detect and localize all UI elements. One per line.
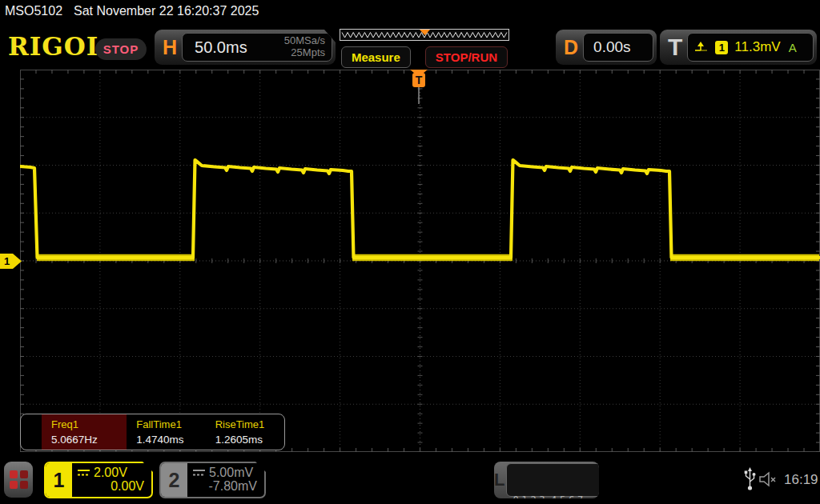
dc-coupling-icon xyxy=(192,469,206,477)
measurement-item-freq[interactable]: Freq1 5.0667Hz xyxy=(42,414,127,450)
logic-analyzer-label: L xyxy=(494,462,504,498)
delay-value: 0.00s xyxy=(593,38,630,56)
measurement-label: RiseTime1 xyxy=(215,418,284,430)
horizontal-panel[interactable]: H 50.0ms 50MSa/s 25Mpts xyxy=(155,30,336,65)
oscilloscope-screen: MSO5102Sat November 22 16:20:37 2025 RIG… xyxy=(0,0,820,504)
topbar: MSO5102Sat November 22 16:20:37 2025 xyxy=(5,4,259,18)
windows-grid-icon xyxy=(10,470,28,489)
channel2-scale: 5.00mV xyxy=(209,466,253,479)
trigger-position-marker[interactable]: T xyxy=(409,69,428,106)
channel1-status-pill[interactable]: 1 2.00V 0.00V xyxy=(44,462,153,498)
channel1-scale: 2.00V xyxy=(94,466,127,479)
logic-row-1: 0 1 2 3 4 5 6 7 xyxy=(512,494,599,498)
dc-coupling-icon xyxy=(77,469,90,477)
measurement-value: 5.0667Hz xyxy=(51,434,127,446)
win-square xyxy=(20,470,28,478)
measure-button[interactable]: Measure xyxy=(341,46,411,68)
win-square xyxy=(10,481,18,489)
measurement-value: 1.2605ms xyxy=(215,434,284,446)
measurement-label: FallTime1 xyxy=(136,418,205,430)
rising-edge-trigger-icon xyxy=(694,41,709,54)
channel2-status-pill[interactable]: 2 5.00mV -7.80mV xyxy=(159,462,266,498)
sample-rate: 50MSa/s xyxy=(284,35,325,47)
logic-analyzer-pill[interactable]: L 0 1 2 3 4 5 6 7 8 9 1011 12131415 xyxy=(494,462,599,498)
rigol-logo: RIGOL xyxy=(8,32,105,61)
win-square xyxy=(20,481,28,489)
trigger-mode-auto: A xyxy=(789,41,797,54)
channel1-number: 1 xyxy=(46,463,72,497)
trigger-source-chip: 1 xyxy=(715,41,728,54)
delay-label: D xyxy=(564,36,578,59)
measurement-item-falltime[interactable]: FallTime1 1.4740ms xyxy=(127,414,205,450)
windows-menu-icon[interactable] xyxy=(4,462,33,498)
acquisition-rates: 50MSa/s 25Mpts xyxy=(284,35,325,59)
graticule xyxy=(20,70,820,452)
channel1-offset: 0.00V xyxy=(77,480,144,493)
measurement-item-risetime[interactable]: RiseTime1 1.2605ms xyxy=(206,414,284,450)
usb-icon xyxy=(744,467,756,491)
stop-run-button[interactable]: STOP/RUN xyxy=(425,46,508,68)
channel1-ground-marker[interactable]: 1 xyxy=(0,254,22,269)
run-state-badge: STOP xyxy=(95,38,147,60)
trigger-label: T xyxy=(668,34,682,61)
trigger-level-value: 11.3mV xyxy=(734,39,780,55)
header-buttons: Measure STOP/RUN xyxy=(340,46,509,68)
trigger-marker-letter: T xyxy=(416,74,423,86)
channel2-values: 5.00mV -7.80mV xyxy=(187,463,264,497)
clock: 16:19 xyxy=(784,472,818,488)
timebase-value: 50.0ms xyxy=(195,38,247,57)
win-square xyxy=(10,470,18,478)
horizontal-label: H xyxy=(163,36,177,59)
delay-panel[interactable]: D 0.00s xyxy=(556,30,657,65)
horizontal-inner-box: 50.0ms 50MSa/s 25Mpts xyxy=(182,33,332,62)
measurement-label: Freq1 xyxy=(51,418,127,430)
trigger-panel[interactable]: T 1 11.3mV A xyxy=(660,30,817,65)
measurement-results-panel[interactable]: Freq1 5.0667Hz FallTime1 1.4740ms RiseTi… xyxy=(20,414,285,450)
trigger-inner-box: 1 11.3mV A xyxy=(687,33,814,62)
header-center: Measure STOP/RUN xyxy=(340,29,509,68)
waveform-preview-strip[interactable] xyxy=(340,29,509,41)
channel1-values: 2.00V 0.00V xyxy=(72,463,151,497)
channel2-offset: -7.80mV xyxy=(192,480,257,493)
delay-inner-box: 0.00s xyxy=(583,33,653,62)
channel2-number: 2 xyxy=(161,463,187,497)
model-name: MSO5102 xyxy=(5,4,62,18)
speaker-muted-icon xyxy=(759,471,778,487)
logic-channel-list: 0 1 2 3 4 5 6 7 8 9 1011 12131415 xyxy=(506,463,599,497)
datetime-text: Sat November 22 16:20:37 2025 xyxy=(74,4,259,18)
memory-depth: 25Mpts xyxy=(284,47,325,59)
measurement-value: 1.4740ms xyxy=(136,434,205,446)
